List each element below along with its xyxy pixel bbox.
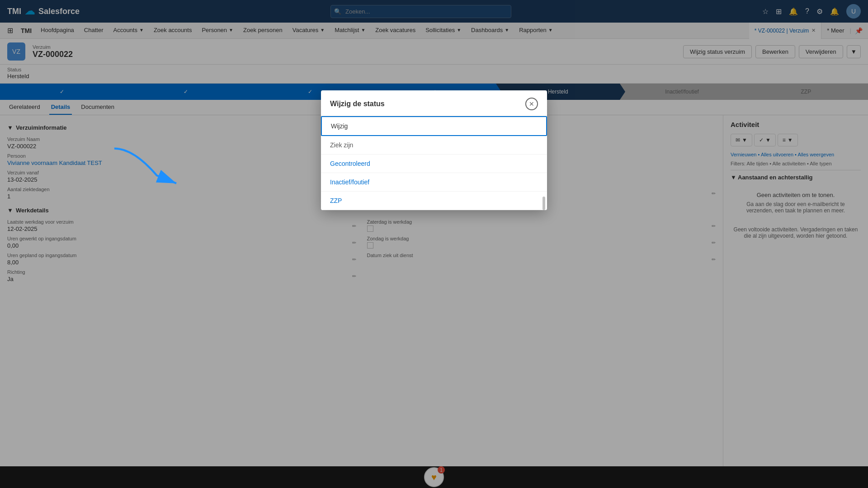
modal-option-wijzig[interactable]: Wijzig bbox=[321, 116, 547, 136]
modal-title: Wijzig de status bbox=[330, 100, 385, 108]
modal-scrollbar-thumb bbox=[542, 197, 545, 210]
status-modal: Wijzig de status ✕ Wijzig Ziek zijn Geco… bbox=[321, 90, 547, 210]
modal-option-zzp[interactable]: ZZP bbox=[321, 192, 547, 210]
arrow-annotation bbox=[108, 145, 190, 200]
modal-option-ziek[interactable]: Ziek zijn bbox=[321, 136, 547, 155]
modal-overlay[interactable]: Wijzig de status ✕ Wijzig Ziek zijn Geco… bbox=[0, 0, 868, 488]
modal-body: Wijzig Ziek zijn Gecontroleerd Inactief/… bbox=[321, 116, 547, 210]
modal-option-inactief[interactable]: Inactief/foutief bbox=[321, 173, 547, 192]
modal-option-gecontroleerd[interactable]: Gecontroleerd bbox=[321, 155, 547, 173]
modal-scrollbar[interactable] bbox=[542, 117, 545, 210]
modal-close-button[interactable]: ✕ bbox=[525, 98, 538, 110]
modal-header: Wijzig de status ✕ bbox=[321, 90, 547, 116]
